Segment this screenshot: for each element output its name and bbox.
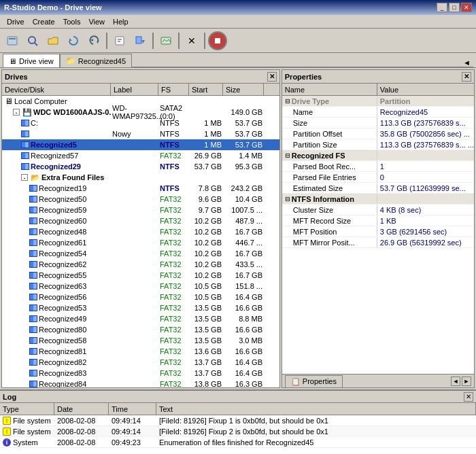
menu-help[interactable]: Help <box>109 16 133 27</box>
drive-fs: FAT32 <box>158 217 189 225</box>
prop-value: 1 KB <box>377 217 474 225</box>
drive-row[interactable]: Recognized55 FAT32 10.2 GB 16.7 GB <box>2 270 279 281</box>
drive-row[interactable]: Recognized48 FAT32 10.2 GB 16.7 GB <box>2 226 279 237</box>
log-close[interactable]: ✕ <box>464 392 473 402</box>
svg-rect-6 <box>116 37 124 45</box>
prop-nav-right[interactable]: ► <box>462 377 471 386</box>
tab-drive-view-icon: 🖥 <box>9 57 16 65</box>
drives-panel: Drives ✕ Device/Disk Label FS Start Size… <box>1 69 280 388</box>
tool-recover[interactable] <box>131 31 150 50</box>
drives-close[interactable]: ✕ <box>267 72 277 82</box>
drive-row[interactable]: Recognized59 FAT32 9.7 GB 1007.5 ... <box>2 205 279 215</box>
drive-row[interactable]: Recognized56 FAT32 10.5 GB 16.4 GB <box>2 292 279 302</box>
tab-collapse-arrow[interactable]: ◄ <box>460 58 473 67</box>
warn-icon: ! <box>3 417 11 425</box>
drive-row[interactable]: Recognized29 NTFS 53.7 GB 95.3 GB <box>2 161 279 172</box>
drive-start: 13.7 GB <box>189 369 223 377</box>
tool-stop[interactable] <box>208 31 227 50</box>
log-row[interactable]: ! File system 2008-02-08 09:49:14 [FileI… <box>0 415 476 426</box>
drive-row[interactable]: Recognized53 FAT32 13.5 GB 16.6 GB <box>2 302 279 313</box>
drive-fs: FAT32 <box>158 304 189 312</box>
tool-refresh[interactable] <box>64 31 83 50</box>
drive-fs: SATA2 (0:0) <box>158 104 189 120</box>
drive-row[interactable]: Recognized57 FAT32 26.9 GB 1.4 MB <box>2 150 279 161</box>
drive-row[interactable]: Recognized63 FAT32 10.5 GB 151.8 ... <box>2 281 279 292</box>
drive-row[interactable]: Recognized58 FAT32 13.5 GB 3.0 MB <box>2 335 279 346</box>
drive-size: 243.2 GB <box>223 184 264 192</box>
log-time: 09:49:23 <box>109 438 156 447</box>
drive-start: 53.7 GB <box>189 162 223 171</box>
drive-list[interactable]: 🖥 Local Computer -💾 WDC WD1600AAJS-0... … <box>2 96 279 387</box>
svg-point-2 <box>29 37 35 43</box>
drive-name: Recognized57 <box>31 152 78 160</box>
prop-row: Size 113.3 GB (237576839 s... <box>282 118 474 128</box>
drive-row[interactable]: Recognized5 NTFS 1 MB 53.7 GB <box>2 139 279 150</box>
prop-row: ⊟ NTFS Information <box>282 194 474 205</box>
drive-row[interactable]: Recognized83 FAT32 13.7 GB 16.4 GB <box>2 368 279 379</box>
maximize-button[interactable]: □ <box>449 3 460 12</box>
drive-row[interactable]: Recognized49 FAT32 13.5 GB 8.8 MB <box>2 313 279 324</box>
drive-size: 53.7 GB <box>223 130 264 138</box>
properties-title: Properties <box>285 73 322 81</box>
menu-view[interactable]: View <box>84 16 109 27</box>
properties-tab[interactable]: 📋 Properties <box>285 375 343 387</box>
drive-fs: FAT32 <box>158 239 189 247</box>
menu-drive[interactable]: Drive <box>3 16 29 27</box>
drive-row[interactable]: Recognized60 FAT32 10.2 GB 487.9 ... <box>2 215 279 226</box>
drive-start: 13.7 GB <box>189 358 223 366</box>
drive-row[interactable]: Recognized84 FAT32 13.8 GB 16.3 GB <box>2 379 279 387</box>
prop-row: MFT Record Size 1 KB <box>282 215 474 226</box>
log-time: 09:49:14 <box>109 427 156 436</box>
menu-create[interactable]: Create <box>29 16 59 27</box>
drive-fs: FAT32 <box>158 260 189 268</box>
drive-start: 10.2 GB <box>189 249 223 258</box>
prop-col-value: Value <box>377 84 474 95</box>
log-row[interactable]: ! File system 2008-02-08 09:49:14 [FileI… <box>0 426 476 437</box>
drive-start: 7.8 GB <box>189 184 223 192</box>
log-date: 2008-02-08 <box>54 417 109 425</box>
drive-row[interactable]: Recognized54 FAT32 10.2 GB 16.7 GB <box>2 248 279 259</box>
drive-start: 10.2 GB <box>189 228 223 236</box>
properties-close[interactable]: ✕ <box>462 72 471 82</box>
drive-row[interactable]: -💾 WDC WD1600AAJS-0... WD-WMAP97325... S… <box>2 107 279 118</box>
drive-row[interactable]: Recognized82 FAT32 13.7 GB 16.4 GB <box>2 357 279 368</box>
menu-tools[interactable]: Tools <box>59 16 85 27</box>
drive-row[interactable]: Recognized50 FAT32 9.6 GB 10.4 GB <box>2 194 279 205</box>
log-row[interactable]: i System 2008-02-08 09:49:23 Enumeration… <box>0 437 476 448</box>
drives-col-headers: Device/Disk Label FS Start Size <box>2 84 279 96</box>
drive-size: 16.3 GB <box>223 380 264 387</box>
drive-row[interactable]: Nowy NTFS 1 MB 53.7 GB <box>2 128 279 139</box>
tool-delete[interactable]: ✕ <box>182 31 201 50</box>
tab-drive-view[interactable]: 🖥 Drive view <box>3 54 60 67</box>
close-button[interactable]: ✕ <box>461 3 472 12</box>
tab-recognized45-icon: 📁 <box>66 56 75 65</box>
tab-recognized45[interactable]: 📁 Recognized45 <box>60 54 132 67</box>
drive-fs: FAT32 <box>158 347 189 355</box>
tool-properties[interactable] <box>110 31 129 50</box>
minimize-button[interactable]: _ <box>437 3 447 12</box>
drive-size: 53.7 GB <box>223 141 264 149</box>
drive-row[interactable]: Recognized80 FAT32 13.5 GB 16.6 GB <box>2 324 279 335</box>
drive-row[interactable]: Recognized19 NTFS 7.8 GB 243.2 GB <box>2 183 279 194</box>
prop-nav-left[interactable]: ◄ <box>451 377 460 386</box>
drive-row[interactable]: Recognized62 FAT32 10.2 GB 433.5 ... <box>2 259 279 270</box>
tool-open[interactable] <box>44 31 63 50</box>
tool-scan[interactable] <box>23 31 42 50</box>
tool-back[interactable] <box>3 31 22 50</box>
drive-row[interactable]: Recognized81 FAT32 13.6 GB 16.6 GB <box>2 346 279 357</box>
drives-title: Drives <box>5 73 28 81</box>
drive-start: 9.7 GB <box>189 206 223 214</box>
tool-undo[interactable] <box>84 31 103 50</box>
col-size: Size <box>223 84 264 95</box>
prop-name: Size <box>282 118 377 128</box>
drive-row[interactable]: Recognized61 FAT32 10.2 GB 446.7 ... <box>2 237 279 248</box>
prop-name: Partition Size <box>282 139 377 150</box>
tool-image[interactable] <box>156 31 175 50</box>
prop-name: Estimated Size <box>282 183 377 193</box>
prop-name: ⊟ NTFS Information <box>282 194 377 204</box>
prop-value: Partition <box>377 97 474 105</box>
drive-row[interactable]: -📂 Extra Found Files <box>2 172 279 183</box>
log-col-type: Type <box>0 403 54 415</box>
prop-row: Name Recognized45 <box>282 107 474 118</box>
drive-size: 3.0 MB <box>223 336 264 345</box>
